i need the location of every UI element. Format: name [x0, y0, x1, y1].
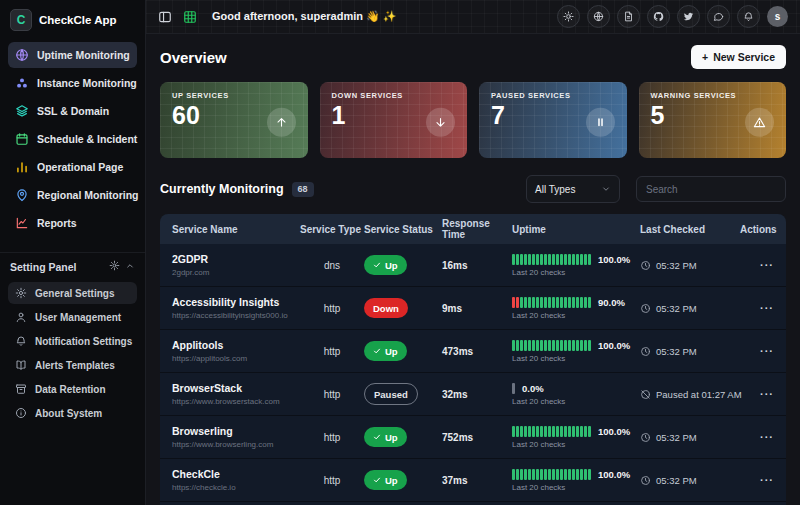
sidebar-item-about-system[interactable]: About System — [8, 402, 137, 424]
last-checked-time: 05:32 PM — [656, 475, 697, 486]
uptime-bars — [512, 297, 591, 308]
main-area: Good afternoon, superadmin 👋 ✨ s Overvie… — [146, 0, 800, 505]
book-icon — [15, 359, 27, 371]
sun-icon — [563, 8, 574, 26]
table-row[interactable]: CheckCle https://checkcle.io http Up 37m… — [160, 459, 786, 502]
sidebar: C CheckCle App Uptime Monitoring Instanc… — [0, 0, 146, 505]
row-actions-button[interactable]: ··· — [740, 259, 774, 271]
uptime-percent: 100.0% — [598, 469, 630, 480]
sidebar-item-data-retention[interactable]: Data Retention — [8, 378, 137, 400]
uptime-cell: 100.0% Last 20 checks — [512, 254, 640, 277]
service-url: https://checkcle.io — [172, 483, 300, 492]
sidebar-item-reports[interactable]: Reports — [8, 210, 137, 236]
table-header: Service Name Service Type Service Status… — [160, 214, 786, 244]
sidebar-item-label: Regional Monitoring — [37, 189, 139, 201]
chat-button[interactable] — [707, 5, 730, 28]
sidebar-item-schedule-incident[interactable]: Schedule & Incident — [8, 126, 137, 152]
sidebar-item-ssl-domain[interactable]: SSL & Domain — [8, 98, 137, 124]
row-actions-button[interactable]: ··· — [740, 431, 774, 443]
service-status-cell: Up — [364, 470, 442, 490]
docs-button[interactable] — [617, 5, 640, 28]
service-name: Browserling — [172, 425, 300, 437]
uptime-percent: 100.0% — [598, 254, 630, 265]
stat-card-down-services: DOWN SERVICES 1 — [320, 82, 468, 158]
chat-icon — [713, 8, 724, 26]
sidebar-menu: Uptime Monitoring Instance Monitoring SS… — [0, 38, 145, 240]
status-label: Up — [385, 346, 398, 357]
sidebar-item-regional-monitoring[interactable]: Regional Monitoring — [8, 182, 137, 208]
sidebar-item-general-settings[interactable]: General Settings — [8, 282, 137, 304]
stat-card-label: UP SERVICES — [172, 91, 296, 100]
monitoring-controls: All Types — [526, 175, 786, 203]
sidebar-item-label: SSL & Domain — [37, 105, 109, 117]
table-row[interactable]: Browserling https://www.browserling.com … — [160, 416, 786, 459]
github-button[interactable] — [647, 5, 670, 28]
theme-toggle-button[interactable] — [557, 5, 580, 28]
uptime-note: Last 20 checks — [512, 311, 640, 320]
response-time: 752ms — [442, 432, 512, 443]
uptime-percent: 90.0% — [598, 297, 625, 308]
service-type: dns — [300, 260, 364, 271]
sidebar-item-operational-page[interactable]: Operational Page — [8, 154, 137, 180]
stat-card-label: WARNING SERVICES — [651, 91, 775, 100]
new-service-button[interactable]: + New Service — [691, 45, 786, 69]
col-service-type: Service Type — [300, 224, 364, 235]
uptime-percent: 100.0% — [598, 426, 630, 437]
uptime-bars — [512, 254, 591, 265]
language-button[interactable] — [587, 5, 610, 28]
service-type: http — [300, 389, 364, 400]
settings-panel-header[interactable]: Setting Panel — [0, 252, 145, 278]
sidebar-item-label: User Management — [35, 312, 121, 323]
greeting-text: Good afternoon, superadmin 👋 ✨ — [212, 10, 397, 23]
col-actions: Actions — [740, 224, 777, 235]
service-url: 2gdpr.com — [172, 268, 300, 277]
app-logo: C CheckCle App — [0, 0, 145, 38]
sidebar-item-instance-monitoring[interactable]: Instance Monitoring — [8, 70, 137, 96]
service-url: https://accessibilityinsights000.io — [172, 311, 300, 320]
service-type: http — [300, 432, 364, 443]
type-filter-select[interactable]: All Types — [526, 175, 620, 203]
service-status-cell: Up — [364, 341, 442, 361]
uptime-note: Last 20 checks — [512, 397, 640, 406]
sidebar-item-notification-settings[interactable]: Notification Settings — [8, 330, 137, 352]
stat-card-warning-services: WARNING SERVICES 5 — [639, 82, 787, 158]
table-row[interactable]: Applitools https://applitools.com http U… — [160, 330, 786, 373]
col-uptime: Uptime — [512, 224, 640, 235]
sidebar-settings-menu: General Settings User Management Notific… — [0, 278, 145, 428]
last-checked-time: 05:32 PM — [656, 303, 697, 314]
service-name-cell: Accessibility Insights https://accessibi… — [172, 296, 300, 320]
row-actions-button[interactable]: ··· — [740, 474, 774, 486]
last-checked: 05:32 PM — [640, 432, 740, 443]
table-row[interactable]: Accessibility Insights https://accessibi… — [160, 287, 786, 330]
notifications-button[interactable] — [737, 5, 760, 28]
row-actions-button[interactable]: ··· — [740, 302, 774, 314]
uptime-cell: 0.0% Last 20 checks — [512, 383, 640, 406]
service-name-cell: 2GDPR 2gdpr.com — [172, 253, 300, 277]
sidebar-item-label: Instance Monitoring — [37, 77, 137, 89]
check-icon — [373, 261, 381, 269]
service-type: http — [300, 303, 364, 314]
sidebar-item-alerts-templates[interactable]: Alerts Templates — [8, 354, 137, 376]
warning-icon — [745, 108, 774, 137]
check-icon — [373, 476, 381, 484]
twitter-button[interactable] — [677, 5, 700, 28]
sidebar-collapse-icon[interactable] — [158, 10, 172, 24]
row-actions-button[interactable]: ··· — [740, 388, 774, 400]
table-row[interactable]: 2GDPR 2gdpr.com dns Up 16ms 100.0% Last … — [160, 244, 786, 287]
row-actions-button[interactable]: ··· — [740, 345, 774, 357]
sidebar-item-user-management[interactable]: User Management — [8, 306, 137, 328]
status-label: Up — [385, 260, 398, 271]
user-avatar[interactable]: s — [767, 6, 788, 27]
last-checked-time: 05:32 PM — [656, 346, 697, 357]
uptime-cell: 100.0% Last 20 checks — [512, 469, 640, 492]
service-url: https://www.browserling.com — [172, 440, 300, 449]
table-row[interactable]: BrowserStack https://www.browserstack.co… — [160, 373, 786, 416]
docs-icon — [623, 8, 634, 26]
service-name-cell: CheckCle https://checkcle.io — [172, 468, 300, 492]
sidebar-item-uptime-monitoring[interactable]: Uptime Monitoring — [8, 42, 137, 68]
grid-icon[interactable] — [183, 10, 197, 24]
pause-icon — [586, 108, 615, 137]
sidebar-item-label: Schedule & Incident — [37, 133, 137, 145]
topbar: Good afternoon, superadmin 👋 ✨ s — [146, 0, 800, 34]
search-input[interactable] — [636, 176, 786, 202]
